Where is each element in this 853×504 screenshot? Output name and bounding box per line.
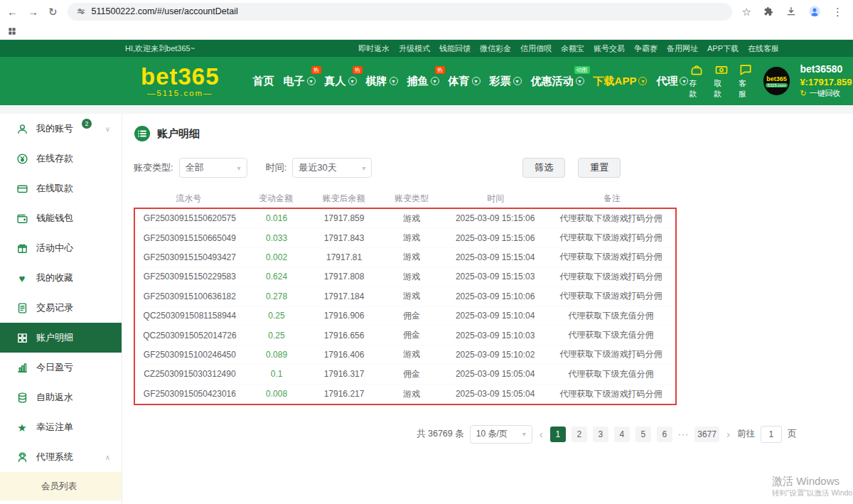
nav-item-slots[interactable]: 热 电子 ▾ [283,73,316,90]
chevron-down-icon: ▾ [638,77,647,85]
sidebar-item-today-pnl[interactable]: 今日盈亏 [0,353,122,382]
cell-remark: 代理获取下级充值分佣 [547,368,675,380]
coins-icon [16,391,28,404]
sidebar-item-lucky-bets[interactable]: ★ 幸运注单 [0,412,122,442]
chevron-up-icon: ∧ [105,454,110,461]
sidebar-label: 幸运注单 [36,421,73,434]
cell-balance: 17917.184 [309,291,380,301]
windows-activation-watermark: 激活 Windows 转到“设置”以激活 Windo [772,475,852,498]
nav-label: 首页 [253,75,274,88]
topbar-link-backup-url[interactable]: 备用网址 [667,43,698,54]
sidebar-item-wallet[interactable]: 钱能钱包 [0,203,122,233]
table-row: GF25030915050423016 0.008 17916.217 游戏 2… [135,385,675,404]
sidebar-item-agent-system[interactable]: 代理系统 ∧ [0,442,122,472]
topbar-link-wallet-reward[interactable]: 钱能回馈 [439,43,471,54]
sidebar-item-activity-center[interactable]: 活动中心 [0,233,122,263]
reset-button[interactable]: 重置 [578,158,621,178]
nav-item-download-app[interactable]: 下载APP ▾ [593,73,648,90]
chevron-down-icon: ▾ [307,77,316,85]
one-click-recover-button[interactable]: ↻ 一键回收 [800,89,852,99]
nav-item-chess[interactable]: 棋牌 ▾ [365,73,399,90]
badge-domain-text: 5115.com [766,83,788,87]
recycle-icon: ↻ [800,89,806,99]
extensions-icon[interactable] [763,6,774,17]
site-info-icon[interactable] [76,6,86,16]
topbar-link-tournament[interactable]: 争霸赛 [634,43,658,54]
cell-balance: 17916.906 [309,311,380,321]
withdraw-button[interactable]: 取款 [714,63,729,100]
cell-balance: 17917.808 [309,272,380,282]
nav-label: 捕鱼 [407,75,429,88]
bet365-badge[interactable]: bet365 5115.com [763,67,790,95]
browser-actions: ☆ ⋮ [742,5,846,18]
sidebar-item-account-detail[interactable]: 账户明细 [0,323,122,353]
nav-item-agent[interactable]: 代理 ▾ [655,73,689,90]
header-account-area: 存款 取款 客服 bet365 5115.com bet36580 ¥:1791… [689,63,852,100]
time-filter-select[interactable]: 最近30天 ▾ [292,158,372,178]
topbar-link-livechat[interactable]: 在线客服 [748,43,779,54]
column-header-flow-no: 流水号 [134,193,244,205]
filter-button[interactable]: 筛选 [522,158,565,178]
page-button-5[interactable]: 5 [635,427,651,442]
nav-item-fishing[interactable]: 热 捕鱼 ▾ [407,73,440,90]
cell-type: 游戏 [380,388,444,400]
topbar-link-rebate[interactable]: 即时返水 [358,43,390,54]
customer-service-button[interactable]: 客服 [739,63,753,100]
username: bet36580 [800,63,852,76]
nav-item-promotions[interactable]: 动图 优惠活动 ▾ [530,73,585,90]
heart-icon: ♥ [16,272,28,284]
site-logo[interactable]: bet365 —5115.com— [141,65,220,98]
next-page-icon[interactable]: › [725,428,731,440]
type-filter-value: 全部 [186,161,204,174]
page-button-3[interactable]: 3 [593,427,608,442]
cell-type: 佣金 [380,368,444,380]
page-button-1[interactable]: 1 [550,427,566,442]
deposit-button[interactable]: 存款 [689,63,704,100]
cell-time: 2025-03-09 15:15:04 [444,252,547,262]
sidebar-item-online-withdraw[interactable]: 在线取款 [0,173,122,203]
nav-item-lottery[interactable]: 彩票 ▾ [489,73,522,90]
bookmark-star-icon[interactable]: ☆ [742,6,751,17]
sidebar-item-my-account[interactable]: 我的账号 2 ∨ [0,114,122,144]
refresh-icon[interactable]: ↻ [48,6,58,17]
logo-domain: —5115.com— [141,90,220,98]
nav-item-home[interactable]: 首页 [252,73,275,90]
page-button-4[interactable]: 4 [614,427,630,442]
topbar-link-account-trade[interactable]: 账号交易 [594,43,625,54]
page-button-6[interactable]: 6 [657,427,672,442]
nav-item-sports[interactable]: 体育 ▾ [448,73,481,90]
goto-page-input[interactable] [761,426,782,443]
apps-grid-icon[interactable] [7,26,17,36]
address-bar[interactable]: 511500222.com/#/user/accountDetail [68,3,732,21]
account-info: bet36580 ¥:17917.859 ↻ 一键回收 [800,63,852,99]
notification-badge: 2 [82,119,92,129]
sidebar-item-favorites[interactable]: ♥ 我的收藏 [0,263,122,293]
topbar-link-app-download[interactable]: APP下载 [707,43,739,54]
menu-kebab-icon[interactable]: ⋮ [832,6,843,17]
type-filter-select[interactable]: 全部 ▾ [179,158,247,178]
chevron-down-icon: ▾ [576,77,584,85]
forward-icon[interactable]: → [28,6,38,17]
grid-icon [16,331,28,344]
page-button-last[interactable]: 3677 [694,427,719,442]
back-icon[interactable]: ← [7,6,18,17]
agent-icon [16,451,28,463]
sidebar-item-self-rebate[interactable]: 自助返水 [0,382,122,412]
site-topbar: HI,欢迎来到bet365~ 即时返水 升级模式 钱能回馈 微信彩金 信用借呗 … [0,40,853,57]
page-size-select[interactable]: 10 条/页 ▾ [470,425,532,444]
sidebar-item-member-list[interactable]: 会员列表 [0,472,122,500]
sidebar-item-transaction-records[interactable]: 交易记录 [0,293,122,323]
topbar-link-credit[interactable]: 信用借呗 [520,43,552,54]
avatar[interactable] [808,5,821,18]
page-button-2[interactable]: 2 [572,427,587,442]
prev-page-icon[interactable]: ‹ [538,428,544,440]
download-icon[interactable] [785,6,797,17]
cell-flow-no: GF25030915100246450 [135,350,245,360]
topbar-link-upgrade[interactable]: 升级模式 [399,43,430,54]
nav-item-live[interactable]: 热 真人 ▾ [324,73,358,90]
customer-service-label: 客服 [739,78,753,100]
topbar-link-yuebao[interactable]: 余额宝 [561,43,584,54]
nav-label: 下载APP [594,75,637,88]
sidebar-item-online-deposit[interactable]: 在线存款 [0,144,122,173]
topbar-link-bonus[interactable]: 微信彩金 [480,43,511,54]
